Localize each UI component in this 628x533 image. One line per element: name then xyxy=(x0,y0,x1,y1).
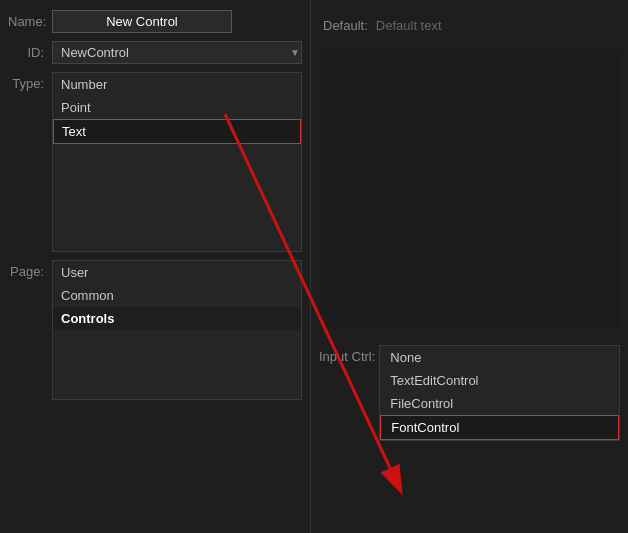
page-item-controls[interactable]: Controls xyxy=(53,307,301,330)
input-ctrl-list: None TextEditControl FileControl FontCon… xyxy=(379,345,620,441)
page-item-common[interactable]: Common xyxy=(53,284,301,307)
id-label: ID: xyxy=(8,45,52,60)
input-ctrl-section: Input Ctrl: None TextEditControl FileCon… xyxy=(311,337,628,441)
name-label: Name: xyxy=(8,10,52,29)
input-ctrl-file[interactable]: FileControl xyxy=(380,392,619,415)
right-spacer xyxy=(319,49,620,329)
page-label: Page: xyxy=(8,260,52,279)
default-row: Default: Default text xyxy=(323,18,616,33)
type-item-number[interactable]: Number xyxy=(53,73,301,96)
id-row: ID: NewControl ▼ xyxy=(0,41,310,64)
page-item-user[interactable]: User xyxy=(53,261,301,284)
name-input[interactable] xyxy=(52,10,232,33)
id-dropdown-arrow[interactable]: ▼ xyxy=(290,47,300,58)
default-section: Default: Default text xyxy=(311,10,628,41)
type-label: Type: xyxy=(8,72,52,91)
right-panel: Default: Default text Input Ctrl: None T… xyxy=(310,0,628,533)
type-item-point[interactable]: Point xyxy=(53,96,301,119)
name-field xyxy=(52,10,302,33)
page-row: Page: User Common Controls xyxy=(0,260,310,400)
input-ctrl-font[interactable]: FontControl xyxy=(380,415,619,440)
input-ctrl-none[interactable]: None xyxy=(380,346,619,369)
type-row: Type: Number Point Text xyxy=(0,72,310,252)
input-ctrl-label-row: Input Ctrl: None TextEditControl FileCon… xyxy=(319,345,620,441)
type-item-text[interactable]: Text xyxy=(53,119,301,144)
name-row: Name: xyxy=(0,10,310,33)
default-label: Default: xyxy=(323,18,368,33)
id-select-wrapper: NewControl ▼ xyxy=(52,41,302,64)
input-ctrl-textedit[interactable]: TextEditControl xyxy=(380,369,619,392)
type-list: Number Point Text xyxy=(52,72,302,252)
page-list: User Common Controls xyxy=(52,260,302,400)
default-value: Default text xyxy=(376,18,442,33)
input-ctrl-label: Input Ctrl: xyxy=(319,345,375,364)
id-value: NewControl xyxy=(52,41,302,64)
